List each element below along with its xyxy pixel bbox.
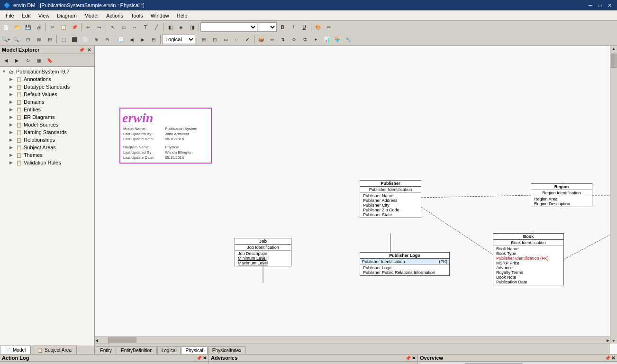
entity-publisher-logo[interactable]: Publisher Logo Publisher Identification … [360,252,450,276]
domains-expand[interactable]: ▶ [9,100,14,104]
tb-redo[interactable]: ↪ [94,22,104,32]
menu-tools[interactable]: Tools [127,12,147,19]
tree-datatype[interactable]: ▶ 📋 Datatype Standards [9,83,93,91]
overview-canvas[interactable] [418,362,617,364]
explorer-table-btn[interactable]: ▦ [34,55,44,65]
tb-align-left[interactable]: ◧ [165,22,175,32]
tab-entity-def[interactable]: EntityDefinition [117,346,157,354]
tb-expand[interactable]: ⊕ [91,34,101,45]
canvas-scrollbar-vertical[interactable]: ▲ ▼ [610,46,617,344]
tb-align-center[interactable]: ◈ [176,22,186,32]
tb-complete[interactable]: ✦ [310,34,321,45]
entities-expand[interactable]: ▶ [9,107,14,112]
advisories-pin[interactable]: 📌 [405,355,411,361]
datatype-expand[interactable]: ▶ [9,84,14,89]
menu-help[interactable]: Help [173,12,191,19]
overview-pin[interactable]: 📌 [605,355,610,361]
tb-line[interactable]: ╱ [151,22,162,32]
tree-subject-areas[interactable]: ▶ 📋 Subject Areas [9,144,93,151]
tree-root[interactable]: ▼ 🗂 PublicationSystem r9.7 [1,68,93,75]
minimize-btn[interactable]: ─ [587,2,594,9]
sources-expand[interactable]: ▶ [9,122,14,127]
tb-rel-prop[interactable]: ↔ [231,34,242,45]
advisories-close[interactable]: ✕ [412,355,416,361]
tree-model-sources[interactable]: ▶ 📋 Model Sources [9,121,93,128]
explorer-close-btn[interactable]: ✕ [86,47,92,53]
scroll-up-arrow[interactable]: ▲ [611,46,616,51]
tree-default-values[interactable]: ▶ 📋 Default Values [9,91,93,98]
annotations-expand[interactable]: ▶ [9,77,14,82]
explorer-pin-btn[interactable]: 📌 [78,47,85,53]
entity-book[interactable]: Book Book Identification Book Name Book … [493,233,564,285]
tb-print[interactable]: 🖨 [34,22,44,32]
tb-undo[interactable]: ↩ [83,22,93,32]
tb-copy[interactable]: 📋 [58,22,69,32]
er-expand[interactable]: ▶ [9,115,14,119]
canvas-scrollbar-horizontal[interactable]: ◀ ▶ [95,337,610,344]
tb-entity-prop[interactable]: ▭ [220,34,231,45]
tb-zoom-in[interactable]: 🔍+ [1,34,11,45]
tb-page-all[interactable]: ⊟ [148,34,159,45]
tb-zoom-100[interactable]: ⊠ [34,34,44,45]
explorer-refresh-btn[interactable]: ↻ [23,55,33,65]
overview-close[interactable]: ✕ [611,355,615,361]
tb-italic[interactable]: I [288,22,299,32]
entity-publisher[interactable]: Publisher Publisher Identification Publi… [360,180,421,218]
tb-mart[interactable]: 🏪 [332,34,343,45]
tb-diagram-prop[interactable]: ⊡ [209,34,220,45]
tb-route[interactable]: ⬜ [80,34,91,45]
tree-er-diagrams[interactable]: ▶ 📋 ER Diagrams [9,113,93,121]
action-log-close[interactable]: ✕ [203,355,207,361]
maximize-btn[interactable]: □ [596,2,604,9]
tb-diagram-opt[interactable]: ⬚ [58,34,69,45]
tb-bold[interactable]: B [277,22,288,32]
tb-model-prop[interactable]: ⊞ [199,34,209,45]
tab-subject-area[interactable]: 📋 Subject Area [32,346,77,354]
tb-page[interactable]: 📃 [116,34,126,45]
tb-reverse[interactable]: ⚗ [299,34,310,45]
explorer-filter-btn[interactable]: 🔖 [45,55,55,65]
default-expand[interactable]: ▶ [9,92,14,97]
scroll-left-arrow[interactable]: ◀ [95,338,99,343]
tb-fill-color[interactable]: 🎨 [313,22,323,32]
entity-job[interactable]: Job Job Identification Job Description M… [235,238,291,266]
tb-compare[interactable]: ⇔ [267,34,277,45]
tb-extra1[interactable]: 🔧 [343,34,354,45]
tb-transform[interactable]: ⇅ [278,34,288,45]
tab-physical[interactable]: Physical [181,346,207,354]
tb-line-color[interactable]: ✏ [324,22,334,32]
view-mode-dropdown[interactable]: Logical Physical [162,35,195,44]
menu-diagram[interactable]: Diagram [53,12,81,19]
tree-themes[interactable]: ▶ 📋 Themes [9,151,93,159]
tree-entities[interactable]: ▶ 📋 Entities [9,106,93,113]
scroll-right-arrow[interactable]: ▶ [606,338,610,343]
menu-model[interactable]: Model [81,12,102,19]
tb-generate[interactable]: ⚙ [289,34,299,45]
explorer-back-btn[interactable]: ◀ [1,55,11,65]
tab-model[interactable]: 📄 Model [0,346,31,354]
tb-save[interactable]: 💾 [23,22,33,32]
scroll-v-track[interactable] [610,51,617,338]
tb-cut[interactable]: ✂ [47,22,58,32]
tree-relationships[interactable]: ▶ 📋 Relationships [9,136,93,144]
tab-logical[interactable]: Logical [157,346,181,354]
tab-entity[interactable]: Entity [96,346,116,354]
scroll-h-track[interactable] [99,337,606,344]
tb-validate[interactable]: ✔ [242,34,253,45]
tb-layout[interactable]: ⬛ [69,34,80,45]
tree-annotations[interactable]: ▶ 📋 Annotations [9,75,93,83]
tree-validation-rules[interactable]: ▶ 📋 Validation Rules [9,159,93,166]
tb-font-select[interactable] [200,22,257,32]
validation-expand[interactable]: ▶ [9,160,14,165]
scroll-v-thumb[interactable] [611,54,617,68]
relationships-expand[interactable]: ▶ [9,137,14,142]
tb-align-right[interactable]: ◨ [187,22,197,32]
action-log-pin[interactable]: 📌 [196,355,202,361]
menu-window[interactable]: Window [147,12,173,19]
canvas-inner[interactable]: erwin Model Name: Publication System Las… [95,46,617,354]
root-expand-icon[interactable]: ▼ [2,69,7,74]
tb-new[interactable]: 📄 [1,22,11,32]
tb-open[interactable]: 📂 [12,22,22,32]
menu-file[interactable]: File [2,12,18,19]
tb-page-next[interactable]: ▶ [137,34,148,45]
